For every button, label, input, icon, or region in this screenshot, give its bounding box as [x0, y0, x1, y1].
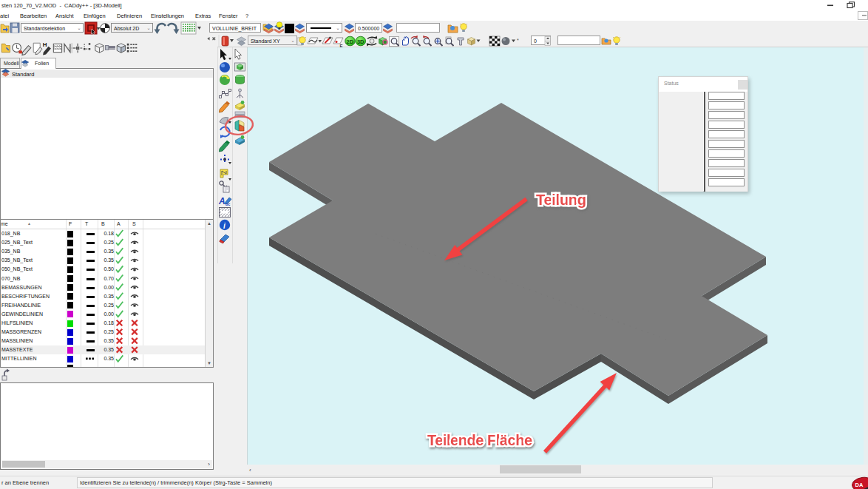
svg-text:Teilung: Teilung	[536, 192, 586, 208]
svg-text:Teilende Fläche: Teilende Fläche	[427, 432, 532, 448]
